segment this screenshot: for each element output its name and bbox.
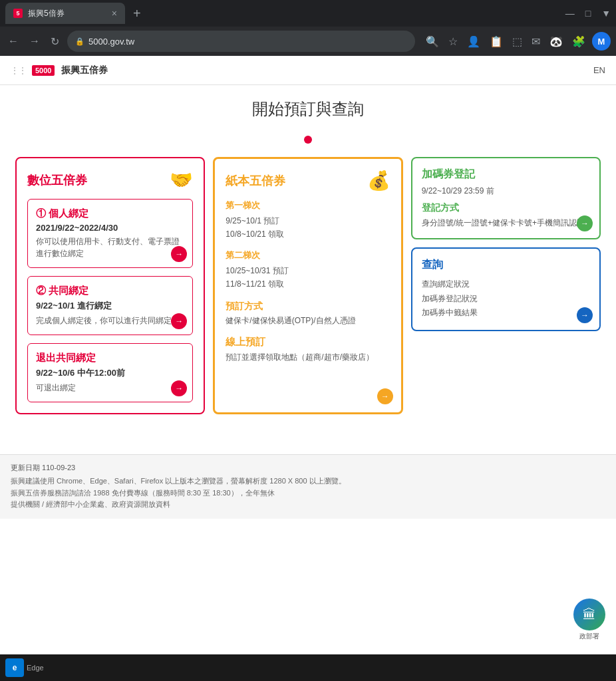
joint-binding-arrow[interactable]: → bbox=[171, 313, 187, 329]
url-text: 5000.gov.tw bbox=[88, 37, 134, 47]
batch1-label: 第一梯次 bbox=[226, 198, 390, 213]
batch2-label: 第二梯次 bbox=[226, 248, 390, 263]
site-logo-badge: 5000 bbox=[32, 65, 55, 76]
booking-title: 預訂方式 bbox=[226, 301, 390, 313]
taskbar: e Edge bbox=[0, 654, 616, 681]
edge-browser-icon[interactable]: e bbox=[5, 658, 24, 677]
query-item-1: 查詢綁定狀況 bbox=[422, 277, 590, 292]
refresh-button[interactable]: ↻ bbox=[48, 33, 62, 51]
minimize-button[interactable]: — bbox=[565, 8, 575, 19]
query-item-3: 加碼券中籤結果 bbox=[422, 306, 590, 321]
paper-card-title: 紙本五倍券 💰 bbox=[226, 170, 390, 192]
batch2-preorder: 10/25~10/31 預訂 bbox=[226, 264, 390, 277]
batch1-pickup: 10/8~10/21 領取 bbox=[226, 227, 390, 241]
dots-icon: ⋮⋮ bbox=[11, 65, 27, 76]
frame-icon-btn[interactable]: ⬚ bbox=[510, 33, 525, 51]
personal-binding-arrow[interactable]: → bbox=[171, 246, 187, 262]
browser-tab[interactable]: 5 振興5倍券 × bbox=[5, 3, 125, 24]
new-tab-button[interactable]: + bbox=[133, 6, 141, 21]
exit-binding-title: 退出共同綁定 bbox=[36, 352, 184, 364]
bonus-arrow-btn[interactable]: → bbox=[577, 215, 593, 231]
personal-binding-desc: 你可以使用信用卡、行動支付、電子票證進行數位綁定 bbox=[36, 235, 184, 259]
query-arrow-btn[interactable]: → bbox=[577, 307, 593, 323]
taskbar-edge-label: Edge bbox=[27, 664, 44, 672]
page-content: 開始預訂與查詢 數位五倍券 🤝 ① 個人綁定 2021/9/22~2022/4/… bbox=[0, 85, 616, 428]
exit-binding-card[interactable]: 退出共同綁定 9/22~10/6 中午12:00前 可退出綁定 → bbox=[27, 343, 193, 402]
cards-grid: 數位五倍券 🤝 ① 個人綁定 2021/9/22~2022/4/30 你可以使用… bbox=[15, 157, 601, 414]
joint-binding-card[interactable]: ② 共同綁定 9/22~10/1 進行綁定 完成個人綁定後，你可以進行共同綁定 … bbox=[27, 276, 193, 335]
bonus-reg-title: 登記方式 bbox=[422, 202, 590, 214]
mail-icon-btn[interactable]: ✉ bbox=[529, 33, 543, 51]
batch2-pickup: 11/8~11/21 領取 bbox=[226, 277, 390, 291]
browser-titlebar: 5 振興5倍券 × + — □ ▼ bbox=[0, 0, 616, 27]
bonus-date: 9/22~10/29 23:59 前 bbox=[422, 186, 590, 197]
tab-title: 振興5倍券 bbox=[28, 8, 106, 19]
site-header: ⋮⋮ 5000 振興五倍券 EN bbox=[0, 56, 616, 85]
exit-binding-date: 9/22~10/6 中午12:00前 bbox=[36, 367, 184, 379]
search-icon-btn[interactable]: 🔍 bbox=[423, 33, 442, 51]
joint-binding-date: 9/22~10/1 進行綁定 bbox=[36, 300, 184, 312]
footer-update: 更新日期 110-09-23 bbox=[11, 463, 605, 473]
bonus-card[interactable]: 加碼券登記 9/22~10/29 23:59 前 登記方式 身分證號/統一證號+… bbox=[411, 157, 601, 239]
personal-binding-title: ① 個人綁定 bbox=[36, 207, 184, 220]
paper-card: 紙本五倍券 💰 第一梯次 9/25~10/1 預訂 10/8~10/21 領取 … bbox=[213, 157, 402, 414]
page-title: 開始預訂與查詢 bbox=[11, 98, 605, 120]
booking-section: 預訂方式 健保卡/健保快易通(OTP)/自然人憑證 bbox=[226, 301, 390, 327]
personal-binding-card[interactable]: ① 個人綁定 2021/9/22~2022/4/30 你可以使用信用卡、行動支付… bbox=[27, 199, 193, 268]
clipboard-icon-btn[interactable]: 📋 bbox=[487, 33, 506, 51]
corner-logo-text: 政部署 bbox=[573, 632, 605, 641]
query-title: 查詢 bbox=[422, 258, 590, 272]
forward-button[interactable]: → bbox=[27, 33, 43, 50]
heart-icon: 🤝 bbox=[170, 169, 193, 191]
personal-binding-date: 2021/9/22~2022/4/30 bbox=[36, 223, 184, 233]
online-section[interactable]: 線上預訂 預訂並選擇領取地點（超商/超市/藥妝店） → bbox=[226, 336, 390, 384]
right-column: 加碼券登記 9/22~10/29 23:59 前 登記方式 身分證號/統一證號+… bbox=[411, 157, 601, 414]
profile-button[interactable]: M bbox=[592, 32, 611, 51]
digital-card: 數位五倍券 🤝 ① 個人綁定 2021/9/22~2022/4/30 你可以使用… bbox=[15, 157, 205, 414]
online-desc: 預訂並選擇領取地點（超商/超市/藥妝店） bbox=[226, 351, 390, 363]
website: ⋮⋮ 5000 振興五倍券 EN 開始預訂與查詢 數位五倍券 🤝 ① 個人綁定 … bbox=[0, 56, 616, 654]
exit-binding-desc: 可退出綁定 bbox=[36, 382, 184, 394]
batch2-section: 第二梯次 10/25~10/31 預訂 11/8~11/21 領取 bbox=[226, 248, 390, 291]
back-button[interactable]: ← bbox=[5, 33, 21, 50]
joint-binding-title: ② 共同綁定 bbox=[36, 285, 184, 297]
browser-toolbar: ← → ↻ 🔒 5000.gov.tw 🔍 ☆ 👤 📋 ⬚ ✉ 🐼 🧩 M bbox=[0, 27, 616, 56]
online-title: 線上預訂 bbox=[226, 336, 390, 348]
language-link[interactable]: EN bbox=[593, 65, 605, 75]
site-logo-text: 振興五倍券 bbox=[61, 65, 108, 76]
address-bar[interactable]: 🔒 5000.gov.tw bbox=[67, 31, 415, 52]
batch1-preorder: 9/25~10/1 預訂 bbox=[226, 214, 390, 227]
panda-icon-btn[interactable]: 🐼 bbox=[547, 33, 565, 51]
joint-binding-desc: 完成個人綁定後，你可以進行共同綁定 bbox=[36, 315, 184, 327]
query-card[interactable]: 查詢 查詢綁定狀況 加碼券登記狀況 加碼券中籤結果 → bbox=[411, 247, 601, 331]
tab-close-button[interactable]: × bbox=[112, 8, 117, 19]
bag-icon: 💰 bbox=[367, 170, 390, 192]
booking-desc: 健保卡/健保快易通(OTP)/自然人憑證 bbox=[226, 315, 390, 327]
timeline-dot bbox=[304, 136, 312, 144]
bonus-reg-desc: 身分證號/統一證號+健保卡卡號+手機簡訊認證 bbox=[422, 217, 590, 229]
query-item-2: 加碼券登記狀況 bbox=[422, 292, 590, 307]
footer-line1: 振興建議使用 Chrome、Edge、Safari、Firefox 以上版本之瀏… bbox=[11, 476, 605, 487]
lock-icon: 🔒 bbox=[75, 37, 84, 46]
footer-line2: 振興五倍券服務諮詢請洽 1988 免付費專線（服務時間 8:30 至 18:30… bbox=[11, 487, 605, 499]
batch1-section: 第一梯次 9/25~10/1 預訂 10/8~10/21 領取 bbox=[226, 198, 390, 241]
user-icon-btn[interactable]: 👤 bbox=[464, 33, 483, 51]
tab-favicon: 5 bbox=[13, 9, 23, 18]
exit-binding-arrow[interactable]: → bbox=[171, 380, 187, 396]
star-icon-btn[interactable]: ☆ bbox=[446, 33, 460, 51]
bonus-title: 加碼券登記 bbox=[422, 168, 590, 182]
extensions-icon-btn[interactable]: 🧩 bbox=[569, 33, 588, 51]
paper-arrow-btn[interactable]: → bbox=[377, 388, 393, 404]
digital-card-title: 數位五倍券 🤝 bbox=[27, 169, 193, 191]
corner-logo-circle: 🏛 bbox=[573, 599, 605, 630]
toolbar-icons: 🔍 ☆ 👤 📋 ⬚ ✉ 🐼 🧩 M bbox=[423, 32, 611, 51]
site-footer: 更新日期 110-09-23 振興建議使用 Chrome、Edge、Safari… bbox=[0, 454, 616, 519]
corner-logo: 🏛 政部署 bbox=[573, 599, 605, 641]
footer-line3: 提供機關 / 經濟部中小企業處、政府資源開放資料 bbox=[11, 499, 605, 511]
maximize-button[interactable]: □ bbox=[585, 8, 591, 19]
down-arrow-icon[interactable]: ▼ bbox=[601, 8, 611, 19]
window-controls: — □ ▼ bbox=[565, 8, 611, 19]
